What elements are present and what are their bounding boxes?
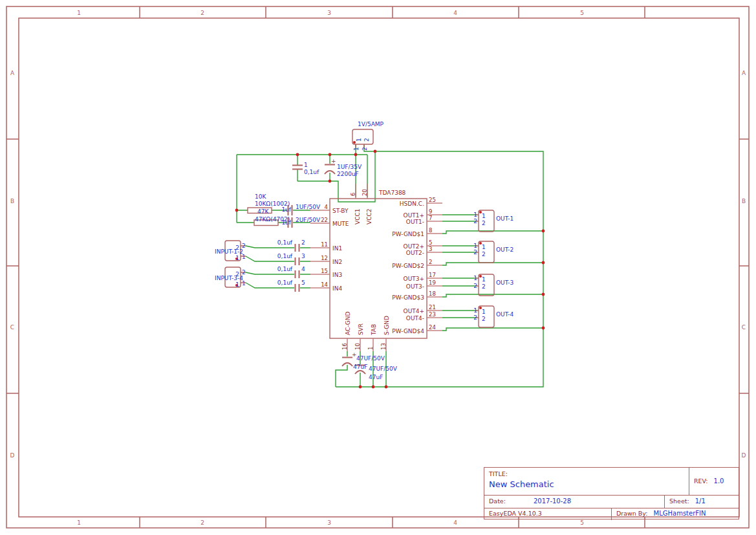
pin-number-13: 13	[380, 343, 387, 350]
junction	[329, 153, 332, 157]
cap2-designator: 1UF/35V	[337, 164, 362, 170]
frame-row-right-D: D	[742, 452, 746, 459]
capacitor-in3[interactable]	[296, 270, 299, 278]
pin-name-OUT4+: OUT4+	[404, 308, 424, 314]
in2-cap-value: 0,1uf	[277, 253, 293, 259]
junction	[329, 180, 332, 183]
date-value[interactable]: 2017-10-28	[534, 497, 571, 505]
out3-pin2-num: 2	[473, 283, 477, 289]
frame-row-right-A: A	[742, 70, 746, 76]
power-conn-pin2-inner: 2	[363, 138, 370, 142]
connector-out-4[interactable]	[479, 306, 494, 327]
resistor2-designator: 47K	[257, 208, 269, 215]
stby-cap-value: 1uf	[281, 206, 291, 213]
junction	[542, 261, 545, 265]
power-conn-pin1-inner: 1	[356, 138, 362, 142]
frame-col-bottom-2: 2	[200, 519, 204, 526]
input12-pin1-num: 1	[242, 254, 246, 260]
pin-number-4: 4	[325, 204, 328, 210]
mute-cap-value: 1uf	[281, 219, 291, 226]
pin-number-15: 15	[321, 268, 328, 274]
out2-label: OUT-2	[496, 246, 513, 253]
out4-pin2-inner: 2	[482, 316, 486, 322]
out2-pin2-num: 2	[473, 249, 477, 256]
pin-name-OUT2-: OUT2-	[406, 250, 424, 256]
title-label: TITLE:	[489, 470, 508, 477]
connector-out-1[interactable]	[479, 210, 494, 232]
in1-cap-value: 0,1uf	[277, 239, 293, 246]
frame-col-bottom-3: 3	[327, 519, 331, 526]
cap1-value: 0,1uf	[304, 169, 319, 175]
out1-pin2-inner: 2	[482, 220, 486, 226]
capacitor-acgnd-47uf[interactable]	[342, 358, 352, 367]
cap2-value: 2200uF	[337, 171, 359, 177]
out1-pin1-num: 1	[473, 212, 477, 218]
rev-value[interactable]: 1.0	[714, 477, 724, 485]
capacitor-in1[interactable]	[296, 244, 299, 252]
pin-name-MUTE: MUTE	[332, 221, 349, 227]
pin-number-1: 1	[367, 347, 374, 350]
out4-pin2-num: 2	[473, 314, 477, 321]
frame-col-bottom-5: 5	[580, 519, 584, 526]
software-row: EasyEDA V4.10.3 Drawn By: MLGHamsterFIN	[484, 508, 739, 520]
pin-name-OUT4-: OUT4-	[406, 315, 424, 322]
pin-name-IN2: IN2	[332, 259, 342, 265]
capacitor-2200uf[interactable]	[325, 165, 335, 175]
pin-name-S-GND: S-GND	[383, 316, 390, 335]
input34-pin2-num: 2	[242, 269, 246, 276]
pin-name-VCC2: VCC2	[366, 209, 373, 224]
sheet-value[interactable]: 1/1	[695, 497, 706, 505]
pin-name-OUT2+: OUT2+	[404, 243, 424, 250]
ic-name: TDA7388	[378, 190, 406, 196]
sheet-label: Sheet:	[669, 497, 689, 505]
out2-pin1-inner: 1	[482, 244, 486, 250]
out1-pin2-num: 2	[473, 218, 477, 224]
schematic-title[interactable]: New Schematic	[489, 479, 690, 489]
date-row: Date: 2017-10-28 Sheet: 1/1	[484, 496, 739, 508]
pin-number-19: 19	[429, 279, 436, 286]
connector-out-3[interactable]	[479, 274, 494, 296]
in2-cap-designator: 3	[301, 253, 305, 259]
capacitor-0p1uf-top[interactable]	[292, 166, 303, 169]
frame-row-right-B: B	[742, 198, 746, 204]
pin-number-2: 2	[429, 259, 432, 265]
frame-inner	[19, 18, 739, 517]
drawn-by-value[interactable]: MLGHamsterFIN	[654, 510, 706, 517]
frame-col-bottom-4: 4	[453, 519, 457, 526]
input12-pin2-num: 2	[242, 243, 246, 249]
title-block: TITLE: New Schematic REV: 1.0 Date: 2017…	[484, 467, 739, 519]
pin-number-12: 12	[321, 255, 328, 261]
capacitor-in2[interactable]	[296, 257, 299, 265]
acgnd-cap-designator: 47UF/50V	[356, 355, 385, 362]
pin-name-PW-GND$2: PW-GND$2	[392, 263, 424, 269]
junction	[385, 386, 388, 389]
pin-number-18: 18	[429, 290, 436, 297]
schematic-canvas[interactable]: 1122334455AABBCCDD 4ST-BY22MUTE11IN112IN…	[0, 0, 756, 535]
software-version: EasyEDA V4.10.3	[489, 510, 542, 517]
wire-output-signals[interactable]	[442, 215, 543, 331]
power-connector-label: 1V/5AMP	[358, 121, 384, 127]
out2-pin1-num: 1	[473, 243, 477, 249]
pin-name-IN4: IN4	[332, 285, 342, 292]
pin-number-9: 9	[429, 208, 432, 215]
pin-number-8: 8	[429, 227, 432, 234]
pin-number-20: 20	[362, 189, 368, 196]
frame-outer	[6, 6, 749, 528]
connector-out-2[interactable]	[479, 241, 494, 263]
mute-cap-designator: 2UF/50V	[296, 217, 321, 223]
pin-name-VCC1: VCC1	[354, 209, 361, 224]
pin-number-23: 23	[429, 311, 436, 318]
pin-number-24: 24	[429, 324, 436, 331]
out4-pin1-inner: 1	[482, 309, 486, 315]
frame-row-left-B: B	[10, 198, 14, 204]
stby-cap-designator: 1UF/50V	[296, 204, 321, 210]
junction	[296, 153, 299, 157]
frame-col-top-1: 1	[77, 10, 81, 16]
power-conn-pin1-num: 1	[353, 147, 360, 151]
junction	[542, 293, 545, 296]
capacitor-in4[interactable]	[296, 284, 299, 292]
input34-pin1-num: 1	[242, 280, 246, 287]
power-conn-pin2-num: 2	[362, 147, 368, 151]
junction	[542, 327, 545, 330]
pin-name-PW-GND$1: PW-GND$1	[392, 231, 424, 237]
